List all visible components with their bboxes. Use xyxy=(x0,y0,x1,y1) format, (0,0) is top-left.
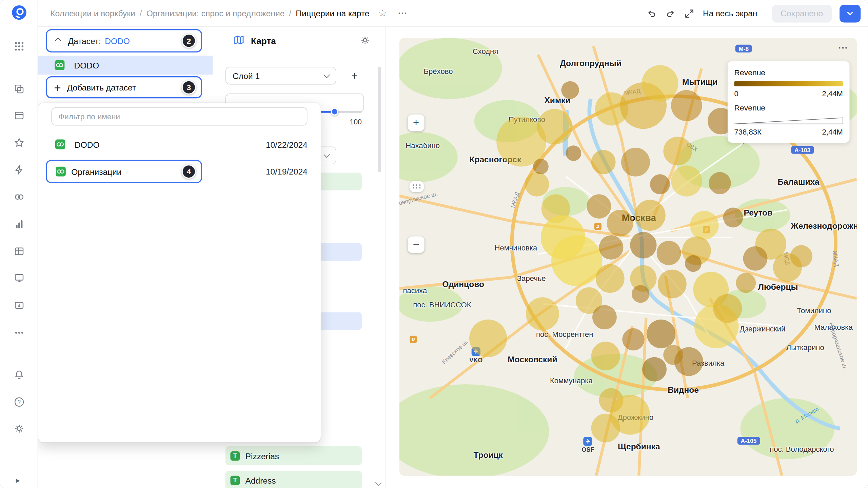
revenue-bubble[interactable] xyxy=(526,297,559,330)
map-more-menu-icon[interactable]: ⋯ xyxy=(838,41,849,54)
revenue-bubble[interactable] xyxy=(647,320,675,348)
revenue-bubble[interactable] xyxy=(525,172,549,197)
workbooks-icon[interactable] xyxy=(13,109,26,122)
revenue-bubble[interactable] xyxy=(709,172,731,194)
revenue-bubble[interactable] xyxy=(671,90,702,121)
dataset-filter-input[interactable] xyxy=(51,107,307,126)
revenue-bubble[interactable] xyxy=(469,320,507,357)
collections-icon[interactable] xyxy=(13,82,26,96)
favorite-star-icon[interactable]: ☆ xyxy=(378,7,387,19)
page-more-menu-icon[interactable]: ⋯ xyxy=(398,7,408,19)
fullscreen-label[interactable]: На весь экран xyxy=(703,9,757,18)
fullscreen-icon[interactable] xyxy=(684,8,695,19)
legend-size-wedge xyxy=(734,117,843,124)
datasets-icon[interactable] xyxy=(13,190,26,204)
revenue-bubble[interactable] xyxy=(690,211,719,240)
datalens-logo[interactable] xyxy=(12,5,27,20)
revenue-bubble[interactable] xyxy=(663,345,683,365)
dropdown-item-dodo[interactable]: DODO 10/22/2024 xyxy=(38,135,321,155)
revenue-bubble[interactable] xyxy=(587,194,611,219)
revenue-bubble[interactable] xyxy=(592,305,617,329)
revenue-bubble[interactable] xyxy=(632,285,649,303)
field-chip-label: Address xyxy=(245,475,276,485)
revenue-bubble[interactable] xyxy=(634,200,666,231)
dashboards-icon[interactable] xyxy=(13,271,26,284)
svg-text:?: ? xyxy=(18,399,21,405)
save-dropdown-button[interactable] xyxy=(840,4,861,22)
string-type-icon: T xyxy=(230,451,240,461)
slider-thumb[interactable] xyxy=(331,108,338,116)
revenue-bubble[interactable] xyxy=(650,174,670,194)
revenue-bubble[interactable] xyxy=(736,273,756,293)
dataset-item-dodo[interactable]: DODO xyxy=(38,56,213,75)
dataset-dropdown: DODO 10/22/2024 Организации 4 10/19/2024 xyxy=(38,103,321,442)
chevron-down-icon xyxy=(324,72,330,78)
revenue-bubble[interactable] xyxy=(723,207,743,227)
revenue-bubble[interactable] xyxy=(599,235,624,260)
zoom-out-button[interactable]: − xyxy=(408,236,425,253)
plus-icon: + xyxy=(54,81,61,93)
sidebar-collapse-icon[interactable]: ▸ xyxy=(16,476,20,485)
revenue-bubble[interactable] xyxy=(642,357,667,382)
revenue-bubble[interactable] xyxy=(642,65,678,102)
zoom-in-button[interactable]: + xyxy=(408,115,425,131)
legend-color-max: 2,44M xyxy=(822,89,843,98)
revenue-bubble[interactable] xyxy=(607,210,633,236)
step-badge-2: 2 xyxy=(182,34,196,48)
revenue-bubble[interactable] xyxy=(533,159,549,175)
revenue-bubble[interactable] xyxy=(621,148,650,177)
revenue-bubble[interactable] xyxy=(561,81,579,99)
revenue-bubble[interactable] xyxy=(713,294,742,323)
charts-icon[interactable] xyxy=(13,218,26,231)
revenue-bubble[interactable] xyxy=(537,109,572,144)
saved-button[interactable]: Сохранено xyxy=(772,4,832,22)
panel-scrollbar[interactable] xyxy=(378,67,381,172)
revenue-bubble[interactable] xyxy=(657,241,681,265)
help-icon[interactable]: ? xyxy=(13,395,26,409)
add-layer-button[interactable]: + xyxy=(345,67,364,84)
revenue-bubble[interactable] xyxy=(566,145,581,161)
field-chip-pizzerias[interactable]: T Pizzerias xyxy=(225,446,362,465)
revenue-bubble[interactable] xyxy=(591,342,620,370)
revenue-bubble[interactable] xyxy=(596,264,625,293)
revenue-bubble[interactable] xyxy=(591,414,620,443)
scroll-down-chevron-icon[interactable] xyxy=(376,478,380,488)
revenue-bubble[interactable] xyxy=(743,246,768,271)
dataset-icon xyxy=(55,139,65,149)
revenue-bubble[interactable] xyxy=(551,235,602,286)
revenue-bubble[interactable] xyxy=(591,150,616,174)
field-chip-label: Pizzerias xyxy=(245,451,279,461)
field-chip-address[interactable]: T Address xyxy=(225,471,362,488)
favorites-star-icon[interactable] xyxy=(13,136,26,149)
quick-charts-icon[interactable] xyxy=(13,163,26,177)
notifications-bell-icon[interactable] xyxy=(13,368,26,382)
revenue-bubble[interactable] xyxy=(663,137,692,165)
revenue-bubble[interactable] xyxy=(790,245,812,267)
undo-icon[interactable] xyxy=(646,8,657,19)
dataset-header[interactable]: Датасет: DODO 2 xyxy=(46,29,202,53)
settings-gear-icon[interactable] xyxy=(13,422,26,435)
revenue-bubble[interactable] xyxy=(685,255,702,272)
layer-select-value: Слой 1 xyxy=(233,71,260,80)
dataset-name: DODO xyxy=(105,36,130,45)
ruler-tool-button[interactable] xyxy=(409,181,424,192)
revenue-bubble[interactable] xyxy=(658,270,687,299)
add-dataset-button[interactable]: + Добавить датасет 3 xyxy=(46,76,202,98)
map-canvas[interactable]: СходняДолгопрудныйБрёховоМытищиХимкиПути… xyxy=(399,38,857,475)
app-window: ? ▸ Коллекции и воркбуки / Организации: … xyxy=(0,0,868,488)
chart-settings-gear-icon[interactable] xyxy=(360,35,370,45)
dropdown-item-organizations[interactable]: Организации 4 xyxy=(46,160,202,183)
redo-icon[interactable] xyxy=(665,8,676,19)
revenue-bubble[interactable] xyxy=(671,165,702,197)
revenue-bubble[interactable] xyxy=(622,328,644,350)
revenue-bubble[interactable] xyxy=(630,232,656,258)
apps-grid-icon[interactable] xyxy=(13,40,26,53)
layer-select[interactable]: Слой 1 xyxy=(225,67,336,84)
dropdown-item-label: Организации xyxy=(71,167,121,176)
more-icon[interactable] xyxy=(13,326,26,339)
breadcrumb-collections[interactable]: Коллекции и воркбуки xyxy=(50,9,135,18)
tables-icon[interactable] xyxy=(13,245,26,258)
breadcrumb-workbook[interactable]: Организации: спрос и предложение xyxy=(146,9,285,18)
dataset-icon xyxy=(56,166,65,176)
storage-icon[interactable] xyxy=(13,299,26,312)
